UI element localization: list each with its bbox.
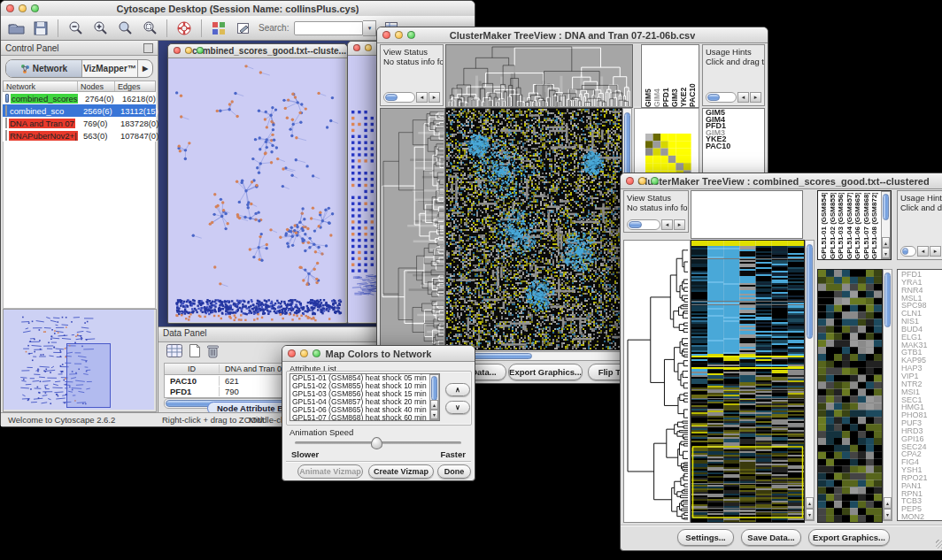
zoom-out-icon[interactable] <box>66 19 85 38</box>
heatmap-vscrollbar[interactable]: ▴▾ <box>805 240 815 521</box>
column-label[interactable]: GIM5 <box>644 47 652 107</box>
attribute-list-item[interactable]: GPL51-07 (GSM868) heat shock 60 min <box>290 414 439 421</box>
scroll-left-icon[interactable]: ◂ <box>416 92 428 103</box>
close-button[interactable] <box>353 44 360 51</box>
view-status-scrollbar[interactable]: ◂ ▸ <box>627 219 685 230</box>
zoom-selected-icon[interactable] <box>115 19 135 38</box>
scrollbar-thumb[interactable] <box>431 376 437 401</box>
column-label[interactable]: GIM4 <box>652 47 661 107</box>
attribute-list-scrollbar[interactable]: ▴▾ <box>429 374 439 420</box>
scroll-right-icon[interactable]: ▸ <box>930 246 941 257</box>
usage-hints-scrollbar[interactable]: ◂ ▸ <box>706 92 761 103</box>
resize-grip[interactable] <box>936 540 942 548</box>
scroll-left-icon[interactable]: ◂ <box>917 246 929 257</box>
scrollbar-thumb[interactable] <box>707 94 720 101</box>
column-label[interactable]: GPL51-08 (GSM872) <box>870 193 879 259</box>
minimize-button[interactable] <box>300 349 308 357</box>
network-canvas[interactable] <box>168 58 345 322</box>
column-label[interactable]: GPL51-03 (GSM856) <box>837 193 845 259</box>
column-dendrogram-canvas[interactable] <box>445 44 633 108</box>
scrollbar-thumb[interactable] <box>807 244 813 339</box>
scrollbar-thumb[interactable] <box>629 221 642 228</box>
create-vizmap-button[interactable]: Create Vizmap <box>368 464 434 479</box>
scroll-left-icon[interactable]: ◂ <box>737 92 749 103</box>
column-label[interactable]: GPL51-02 (GSM855) <box>829 193 838 259</box>
open-session-icon[interactable] <box>6 19 26 38</box>
tab-network[interactable]: Network <box>6 60 82 77</box>
new-attribute-icon[interactable] <box>189 343 201 360</box>
row-dendrogram-canvas[interactable] <box>380 108 445 350</box>
column-header-id[interactable]: ID <box>165 364 220 373</box>
row-dendrogram-canvas[interactable] <box>623 240 691 523</box>
birdseye-canvas[interactable] <box>4 310 154 410</box>
column-label[interactable]: GIM3 <box>670 47 679 107</box>
column-label[interactable]: YKE2 <box>679 47 688 107</box>
column-header-edges[interactable]: Edges <box>115 81 155 91</box>
global-heatmap-canvas[interactable] <box>445 108 622 350</box>
column-header-nodes[interactable]: Nodes <box>78 81 115 91</box>
float-panel-icon[interactable] <box>143 43 153 53</box>
minimize-button[interactable] <box>19 4 27 12</box>
column-header-network[interactable]: Network <box>4 81 78 91</box>
save-session-icon[interactable] <box>31 19 50 38</box>
vizmapper-grid-icon[interactable] <box>209 19 228 38</box>
scroll-up-icon[interactable]: ▴ <box>806 497 814 509</box>
close-button[interactable] <box>174 47 181 54</box>
scroll-right-icon[interactable]: ▸ <box>674 219 685 230</box>
network-view-titlebar[interactable]: combined_scores_good.txt--cluste... <box>168 44 347 58</box>
scrollbar-thumb[interactable] <box>884 272 891 327</box>
column-label[interactable]: GPL51-01 (GSM854) <box>820 193 829 259</box>
export-graphics-button[interactable]: Export Graphics... <box>508 364 583 380</box>
search-input[interactable] <box>294 21 363 35</box>
gene-label[interactable]: PAC10 <box>706 143 764 150</box>
scrollbar-thumb[interactable] <box>883 194 889 220</box>
column-label[interactable]: GPL51-04 (GSM857) <box>845 193 854 259</box>
column-label[interactable]: PAC10 <box>688 47 697 107</box>
network-tree-row[interactable]: combined_scores 2764(0) 16218(0) <box>3 92 156 104</box>
zoom-button[interactable] <box>407 31 415 39</box>
scroll-down-icon[interactable]: ▾ <box>882 248 890 258</box>
slider-thumb[interactable] <box>371 437 382 449</box>
scroll-down-icon[interactable]: ▾ <box>430 410 438 419</box>
close-button[interactable] <box>6 4 14 12</box>
annotation-tool-icon[interactable] <box>234 19 253 38</box>
export-graphics-button[interactable]: Export Graphics... <box>808 529 890 546</box>
scroll-down-icon[interactable]: ▾ <box>806 509 814 520</box>
help-lifesaver-icon[interactable] <box>174 19 194 38</box>
scroll-up-icon[interactable]: ▴ <box>882 237 890 248</box>
zoom-matrix-canvas[interactable] <box>645 134 691 178</box>
column-label[interactable]: GPL51-07 (GSM868) <box>862 193 871 259</box>
treeview1-titlebar[interactable]: ClusterMaker TreeView : DNA and Tran 07-… <box>377 27 768 43</box>
animate-vizmap-button[interactable]: Animate Vizmap <box>297 464 363 479</box>
network-tree-row[interactable]: combined_sco 2569(6) 13112(15) <box>3 104 156 117</box>
network-tree-row[interactable]: RNAPuberNov2+| 563(0) 107847(0) <box>3 129 156 142</box>
column-label[interactable]: GPL51-06 (GSM865) <box>853 193 862 259</box>
tab-vizmapper[interactable]: VizMapper™ <box>82 60 138 77</box>
minimize-button[interactable] <box>395 31 403 39</box>
scrollbar-thumb[interactable] <box>902 248 908 255</box>
column-labels-scrollbar[interactable]: ▴▾ <box>881 191 891 259</box>
main-titlebar[interactable]: Cytoscape Desktop (Session Name: collins… <box>1 1 475 17</box>
close-button[interactable] <box>382 31 390 39</box>
dialog-titlebar[interactable]: Map Colors to Network <box>282 346 475 362</box>
move-up-button[interactable]: ∧ <box>445 383 470 396</box>
done-button[interactable]: Done <box>437 464 471 479</box>
zoom-heatmap-scrollbar[interactable]: ▴▾ <box>883 269 892 521</box>
tab-overflow-button[interactable]: ▶ <box>138 60 152 77</box>
zoom-fit-icon[interactable] <box>140 19 159 38</box>
scrollbar-thumb[interactable] <box>385 94 398 101</box>
delete-attribute-icon[interactable] <box>206 343 220 360</box>
search-dropdown-icon[interactable]: ▾ <box>363 20 376 36</box>
column-label[interactable]: PFD1 <box>661 47 670 107</box>
attribute-select-icon[interactable] <box>166 343 183 360</box>
zoom-button[interactable] <box>31 4 39 12</box>
scroll-right-icon[interactable]: ▸ <box>429 92 440 103</box>
minimize-button[interactable] <box>365 44 372 51</box>
global-heatmap-canvas[interactable] <box>691 240 805 523</box>
treeview2-titlebar[interactable]: ClusterMaker TreeView : combined_scores_… <box>621 173 942 189</box>
zoom-button[interactable] <box>313 349 320 357</box>
minimize-button[interactable] <box>185 47 192 54</box>
scroll-up-icon[interactable]: ▴ <box>884 497 892 509</box>
gene-label[interactable]: MON2 <box>901 513 942 521</box>
scroll-up-icon[interactable]: ▴ <box>430 400 438 410</box>
